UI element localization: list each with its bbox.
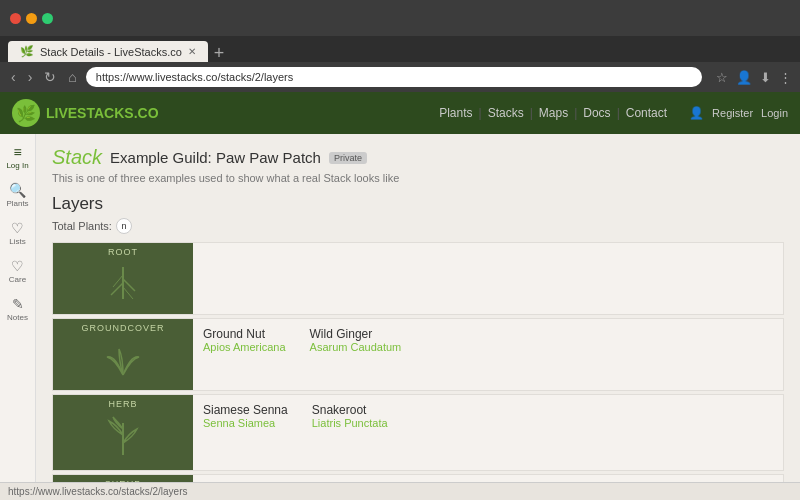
stack-word: Stack (52, 146, 102, 169)
stack-name: Example Guild: Paw Paw Patch (110, 149, 321, 166)
refresh-button[interactable]: ↻ (41, 69, 59, 85)
nav-plants[interactable]: Plants (439, 106, 472, 120)
nav-maps[interactable]: Maps (539, 106, 568, 120)
plant-entry: Siamese Senna Senna Siamea (203, 403, 288, 429)
layers-heading: Layers (52, 194, 784, 214)
tl-yellow[interactable] (26, 13, 37, 24)
sidebar-login-label: Log In (6, 161, 28, 170)
layer-label-cell-root: ROOT (53, 243, 193, 314)
layer-label-text: ROOT (53, 247, 193, 257)
tab-title: Stack Details - LiveStacks.co (40, 46, 182, 58)
account-icon[interactable]: 👤 (736, 70, 752, 85)
stack-title-row: Stack Example Guild: Paw Paw Patch Priva… (52, 146, 784, 169)
sidebar-item-care[interactable]: ♡ Care (0, 254, 35, 288)
plant-common-name: Snakeroot (312, 403, 388, 417)
svg-line-1 (111, 283, 123, 295)
nav-docs[interactable]: Docs (583, 106, 610, 120)
layers-container: ROOT GROUNDCOVER Ground Nut Apios Americ… (52, 242, 784, 500)
traffic-lights (10, 13, 53, 24)
plant-entry: Ground Nut Apios Americana (203, 327, 286, 353)
plant-count: n (121, 221, 126, 231)
tl-red[interactable] (10, 13, 21, 24)
layer-plants-herb: Siamese Senna Senna Siamea Snakeroot Lia… (193, 395, 398, 470)
sidebar-notes-label: Notes (7, 313, 28, 322)
total-plants-row: Total Plants: n (52, 218, 784, 234)
plant-common-name: Ground Nut (203, 327, 286, 341)
layer-plants-groundcover: Ground Nut Apios Americana Wild Ginger A… (193, 319, 411, 390)
site-logo[interactable]: 🌿 LIVESTACKS.CO (12, 99, 159, 127)
plant-latin-name[interactable]: Liatris Punctata (312, 417, 388, 429)
sidebar-item-plants[interactable]: 🔍 Plants (0, 178, 35, 212)
stack-header: Stack Example Guild: Paw Paw Patch Priva… (52, 146, 784, 184)
plant-common-name: Wild Ginger (310, 327, 402, 341)
logo-icon: 🌿 (12, 99, 40, 127)
sidebar-lists-label: Lists (9, 237, 25, 246)
logo-text: LIVESTACKS.CO (46, 105, 159, 121)
login-icon: ≡ (13, 144, 21, 160)
plant-entry: Wild Ginger Asarum Caudatum (310, 327, 402, 353)
layer-plant-icon (99, 415, 147, 466)
home-button[interactable]: ⌂ (65, 69, 79, 85)
layer-label-cell-herb: HERB (53, 395, 193, 470)
private-badge: Private (329, 152, 367, 164)
top-navigation: 🌿 LIVESTACKS.CO Plants | Stacks | Maps |… (0, 92, 800, 134)
app-layout: ≡ Log In 🔍 Plants ♡ Lists ♡ Care ✎ Notes… (0, 134, 800, 500)
forward-button[interactable]: › (25, 69, 36, 85)
nav-links: Plants | Stacks | Maps | Docs | Contact … (439, 106, 788, 120)
plant-latin-name[interactable]: Senna Siamea (203, 417, 288, 429)
sidebar-item-notes[interactable]: ✎ Notes (0, 292, 35, 326)
settings-icon[interactable]: ⋮ (779, 70, 792, 85)
layer-plant-icon (99, 339, 147, 386)
care-icon: ♡ (11, 258, 24, 274)
nav-contact[interactable]: Contact (626, 106, 667, 120)
sidebar-plants-label: Plants (6, 199, 28, 208)
notes-icon: ✎ (12, 296, 24, 312)
layer-plants-root (193, 243, 213, 314)
layer-label-text: HERB (53, 399, 193, 409)
download-icon[interactable]: ⬇ (760, 70, 771, 85)
address-bar-row: ‹ › ↻ ⌂ https://www.livestacks.co/stacks… (0, 62, 800, 92)
stack-description: This is one of three examples used to sh… (52, 172, 784, 184)
tab-favicon: 🌿 (20, 45, 34, 58)
plant-latin-name[interactable]: Apios Americana (203, 341, 286, 353)
plant-latin-name[interactable]: Asarum Caudatum (310, 341, 402, 353)
total-plants-label: Total Plants: (52, 220, 112, 232)
plant-count-badge: n (116, 218, 132, 234)
register-link[interactable]: Register (712, 107, 753, 119)
login-link[interactable]: Login (761, 107, 788, 119)
url-bar[interactable]: https://www.livestacks.co/stacks/2/layer… (86, 67, 702, 87)
lists-icon: ♡ (11, 220, 24, 236)
back-button[interactable]: ‹ (8, 69, 19, 85)
layer-row-root: ROOT (52, 242, 784, 315)
layer-label-text: GROUNDCOVER (53, 323, 193, 333)
tl-green[interactable] (42, 13, 53, 24)
url-text: https://www.livestacks.co/stacks/2/layer… (96, 71, 293, 83)
active-tab[interactable]: 🌿 Stack Details - LiveStacks.co ✕ (8, 41, 208, 62)
sidebar-item-lists[interactable]: ♡ Lists (0, 216, 35, 250)
browser-action-icons: ☆ 👤 ⬇ ⋮ (716, 70, 792, 85)
browser-tabs: 🌿 Stack Details - LiveStacks.co ✕ + (0, 36, 800, 62)
tab-close-btn[interactable]: ✕ (188, 46, 196, 57)
layer-label-cell-groundcover: GROUNDCOVER (53, 319, 193, 390)
nav-stacks[interactable]: Stacks (488, 106, 524, 120)
sidebar-item-login[interactable]: ≡ Log In (0, 140, 35, 174)
status-url: https://www.livestacks.co/stacks/2/layer… (8, 486, 188, 497)
new-tab-button[interactable]: + (208, 44, 231, 62)
layer-plant-icon (99, 263, 147, 310)
sidebar-care-label: Care (9, 275, 26, 284)
svg-line-4 (123, 287, 133, 299)
status-bar: https://www.livestacks.co/stacks/2/layer… (0, 482, 800, 500)
browser-chrome (0, 0, 800, 36)
layer-row-herb: HERB Siamese Senna Senna Siamea Snakeroo… (52, 394, 784, 471)
nav-right-auth: 👤 Register Login (689, 106, 788, 120)
plants-icon: 🔍 (9, 182, 26, 198)
plant-common-name: Siamese Senna (203, 403, 288, 417)
plant-entry: Snakeroot Liatris Punctata (312, 403, 388, 429)
main-content: Stack Example Guild: Paw Paw Patch Priva… (36, 134, 800, 500)
layer-row-groundcover: GROUNDCOVER Ground Nut Apios Americana W… (52, 318, 784, 391)
sidebar: ≡ Log In 🔍 Plants ♡ Lists ♡ Care ✎ Notes (0, 134, 36, 500)
layers-section: Layers Total Plants: n ROOT GROUNDCOVER (52, 194, 784, 500)
bookmark-icon[interactable]: ☆ (716, 70, 728, 85)
